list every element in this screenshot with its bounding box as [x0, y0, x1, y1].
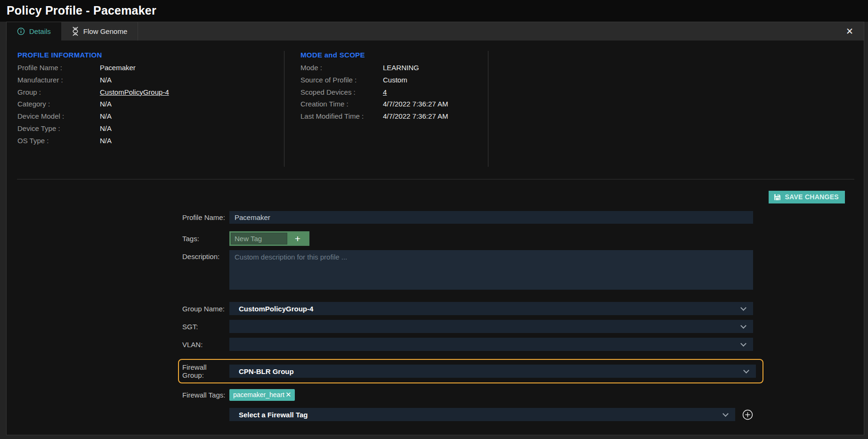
save-changes-label: SAVE CHANGES	[785, 193, 839, 201]
details-panel: PROFILE INFORMATION Profile Name : Pacem…	[6, 41, 864, 435]
info-row-group: Group : CustomPolicyGroup-4	[17, 86, 169, 98]
description-row: Description:	[182, 250, 776, 290]
tags-row: Tags: +	[182, 231, 776, 246]
dna-icon	[72, 26, 79, 36]
info-row-device-model: Device Model : N/A	[17, 110, 169, 122]
page-title: Policy Profile - Pacemaker	[0, 0, 868, 17]
close-icon[interactable]: ✕	[836, 22, 864, 41]
save-icon	[774, 194, 781, 201]
profile-information-section: PROFILE INFORMATION Profile Name : Pacem…	[17, 51, 169, 147]
tab-bar: Details Flow Genome ✕	[6, 22, 864, 41]
new-tag-widget: +	[229, 231, 309, 246]
info-icon	[17, 27, 25, 35]
profile-name-label: Profile Name:	[182, 213, 229, 221]
info-row-device-type: Device Type : N/A	[17, 122, 169, 135]
info-row-creation-time: Creation Time : 4/7/2022 7:36:27 AM	[300, 98, 448, 110]
sgt-select[interactable]	[229, 320, 753, 333]
save-changes-button[interactable]: SAVE CHANGES	[769, 191, 845, 203]
firewall-tags-chips: pacemaker_heart ✕	[229, 389, 753, 401]
tab-details-label: Details	[29, 27, 51, 35]
remove-tag-icon[interactable]: ✕	[285, 390, 292, 399]
sgt-label: SGT:	[182, 323, 229, 331]
mode-and-scope-section: MODE and SCOPE Mode : LEARNING Source of…	[300, 51, 448, 122]
info-row-mode: Mode : LEARNING	[300, 62, 448, 74]
firewall-group-highlight: Firewall Group: CPN-BLR Group	[178, 359, 763, 383]
tab-flow-genome[interactable]: Flow Genome	[61, 22, 138, 41]
sgt-row: SGT:	[182, 320, 776, 333]
tags-label: Tags:	[182, 235, 229, 243]
horizontal-divider	[17, 179, 854, 179]
tab-details[interactable]: Details	[7, 22, 61, 41]
chevron-down-icon	[743, 367, 749, 374]
firewall-tag-chip: pacemaker_heart ✕	[229, 389, 295, 401]
group-link[interactable]: CustomPolicyGroup-4	[100, 86, 169, 98]
info-row-os-type: OS Type : N/A	[17, 135, 169, 147]
group-name-row: Group Name: CustomPolicyGroup-4	[182, 302, 776, 315]
vertical-divider-1	[284, 51, 284, 167]
scoped-devices-link[interactable]: 4	[383, 86, 387, 98]
add-firewall-tag-icon[interactable]	[742, 409, 753, 420]
group-name-select[interactable]: CustomPolicyGroup-4	[229, 302, 753, 315]
save-row: SAVE CHANGES	[769, 191, 845, 203]
chevron-down-icon	[722, 411, 729, 417]
add-tag-button[interactable]: +	[287, 234, 308, 244]
select-firewall-tag-row: Select a Firewall Tag	[182, 408, 776, 421]
new-tag-input[interactable]	[231, 233, 287, 244]
group-name-value: CustomPolicyGroup-4	[235, 305, 313, 313]
chevron-down-icon	[740, 341, 746, 347]
chevron-down-icon	[740, 305, 746, 311]
firewall-group-value: CPN-BLR Group	[235, 367, 294, 375]
firewall-tags-row: Firewall Tags: pacemaker_heart ✕	[182, 389, 776, 401]
firewall-group-label: Firewall Group:	[182, 363, 229, 379]
vlan-select[interactable]	[229, 338, 753, 351]
vlan-row: VLAN:	[182, 338, 776, 351]
firewall-tag-select[interactable]: Select a Firewall Tag	[229, 408, 735, 421]
profile-form: Profile Name: Tags: + Description: Group…	[182, 211, 776, 421]
info-row-profile-name: Profile Name : Pacemaker	[17, 62, 169, 74]
firewall-group-select[interactable]: CPN-BLR Group	[229, 365, 756, 378]
info-row-source-of-profile: Source of Profile : Custom	[300, 74, 448, 86]
firewall-tag-chip-label: pacemaker_heart	[233, 391, 284, 398]
info-row-category: Category : N/A	[17, 98, 169, 110]
firewall-tags-label: Firewall Tags:	[182, 391, 229, 399]
description-textarea[interactable]	[229, 250, 753, 290]
info-row-scoped-devices: Scoped Devices : 4	[300, 86, 448, 98]
profile-name-row: Profile Name:	[182, 211, 776, 224]
info-section: PROFILE INFORMATION Profile Name : Pacem…	[7, 41, 864, 179]
vlan-label: VLAN:	[182, 341, 229, 349]
chevron-down-icon	[740, 323, 746, 329]
title-bar: Policy Profile - Pacemaker	[0, 0, 868, 22]
group-name-label: Group Name:	[182, 305, 229, 313]
profile-name-input[interactable]	[229, 211, 753, 224]
tab-flow-genome-label: Flow Genome	[83, 27, 127, 35]
info-row-last-modified-time: Last Modified Time : 4/7/2022 7:36:27 AM	[300, 110, 448, 122]
profile-information-title: PROFILE INFORMATION	[17, 51, 169, 59]
vertical-divider-2	[488, 51, 488, 167]
mode-and-scope-title: MODE and SCOPE	[300, 51, 448, 59]
info-row-manufacturer: Manufacturer : N/A	[17, 74, 169, 86]
description-label: Description:	[182, 250, 229, 260]
firewall-tag-select-value: Select a Firewall Tag	[235, 411, 308, 419]
